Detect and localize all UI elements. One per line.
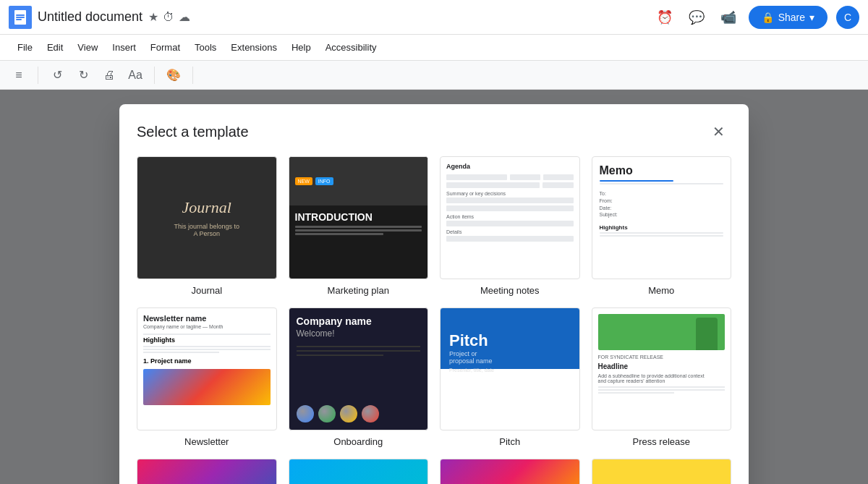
pr-line2 (598, 389, 726, 391)
activity-button[interactable]: ⏰ (653, 6, 676, 29)
nl-line4 (143, 352, 219, 353)
template-item-bottom2[interactable] (289, 459, 429, 484)
template-item-onboarding[interactable]: Company name Welcome! (289, 307, 429, 447)
nl-line1 (143, 334, 271, 335)
nl-highlights: Highlights (143, 336, 271, 344)
spellcheck-icon[interactable]: Aа (125, 65, 145, 85)
template-label-marketing: Marketing plan (289, 285, 429, 296)
memo-highlights: Highlights (600, 224, 724, 231)
template-item-bottom3[interactable] (440, 459, 580, 484)
template-item-marketing[interactable]: NEW INFO INTRODUCTION Marketing plan (289, 156, 429, 296)
mtg-row4 (446, 205, 574, 211)
toolbar-divider-1 (38, 67, 38, 84)
modal-close-button[interactable]: ✕ (705, 119, 731, 145)
cloud-icon[interactable]: ☁ (179, 10, 190, 24)
mtg-cell1 (446, 174, 507, 180)
ob-ball2 (318, 405, 336, 423)
share-button[interactable]: 🔒 Share ▾ (749, 6, 827, 29)
mtg-section3: Details (446, 229, 574, 234)
mkt-line1 (295, 226, 422, 228)
mtg-section1: Summary or key decisions (446, 191, 574, 196)
mkt-tag2: INFO (315, 177, 333, 185)
menu-extensions[interactable]: Extensions (225, 39, 283, 56)
document-body: Select a template ✕ Journal This journal… (0, 90, 868, 484)
chat-button[interactable]: 💬 (685, 6, 708, 29)
pr-image (598, 314, 726, 350)
journal-title-text: Journal (182, 198, 231, 217)
ob-company-text: Company name (297, 315, 421, 327)
mtg-cell2 (510, 174, 540, 180)
meet-button[interactable]: 📹 (717, 6, 740, 29)
memo-gray-line1 (600, 183, 724, 184)
pitch-text: Pitch (449, 331, 571, 350)
modal-body[interactable]: Journal This journal belongs toA Person … (119, 156, 749, 484)
toolbar-divider-3 (192, 67, 193, 84)
pitch-presenter: Presenter, title, date (449, 368, 571, 373)
svg-rect-3 (16, 17, 25, 18)
share-label: Share (778, 12, 805, 23)
pitch-logo-text: ⬡ COMPANY LOGO (455, 378, 495, 383)
pr-line1 (598, 386, 726, 388)
template-item-pitch[interactable]: Pitch Project orproposal name Presenter,… (440, 307, 580, 447)
pr-subheadline: Add a subheadline to provide additional … (598, 373, 726, 383)
mkt-line3 (295, 233, 384, 235)
menu-accessibility[interactable]: Accessibility (320, 39, 383, 56)
menu-format[interactable]: Format (145, 39, 186, 56)
ob-balls (297, 399, 421, 423)
template-thumb-bottom1 (137, 459, 277, 484)
template-grid-bottom (137, 459, 731, 484)
memo-gray-line3 (600, 235, 724, 237)
memo-title-text: Memo (600, 164, 724, 177)
mtg-cell6 (446, 198, 574, 203)
template-item-journal[interactable]: Journal This journal belongs toA Person … (137, 156, 277, 296)
template-thumb-pitch: Pitch Project orproposal name Presenter,… (440, 307, 580, 430)
menu-view[interactable]: View (72, 39, 103, 56)
template-item-meeting[interactable]: Agenda Summary or key decisions (440, 156, 580, 296)
mtg-row2 (446, 182, 574, 188)
print-icon[interactable]: 🖨 (99, 65, 119, 85)
mkt-line2 (295, 229, 422, 232)
mtg-title: Agenda (446, 163, 574, 170)
mtg-row5 (446, 221, 574, 226)
template-modal: Select a template ✕ Journal This journal… (119, 104, 749, 484)
template-thumb-meeting: Agenda Summary or key decisions (440, 156, 580, 279)
undo-icon[interactable]: ↺ (47, 65, 67, 85)
redo-icon[interactable]: ↻ (73, 65, 93, 85)
title-icons: ★ ⏱ ☁ (148, 10, 190, 24)
menu-tools[interactable]: Tools (189, 39, 222, 56)
menu-insert[interactable]: Insert (106, 39, 142, 56)
pr-for-release: FOR SYNDICATE RELEASE (598, 354, 726, 360)
pitch-inner: Pitch Project orproposal name Presenter,… (441, 308, 579, 430)
template-label-pitch: Pitch (440, 436, 580, 447)
mkt-tag: NEW (295, 177, 312, 185)
lock-icon: 🔒 (762, 12, 774, 23)
star-icon[interactable]: ★ (148, 10, 158, 24)
modal-overlay: Select a template ✕ Journal This journal… (0, 90, 868, 484)
menu-file[interactable]: File (12, 39, 38, 56)
ob-ball1 (297, 405, 314, 423)
pitch-number: 01 (538, 391, 571, 424)
menu-help[interactable]: Help (286, 39, 317, 56)
hamburger-icon[interactable]: ≡ (9, 65, 29, 85)
mtg-cell8 (446, 221, 574, 226)
template-label-pressrelease: Press release (592, 436, 732, 447)
ob-ball4 (362, 405, 379, 423)
toolbar: ≡ ↺ ↻ 🖨 Aа 🎨 (0, 61, 868, 90)
user-avatar[interactable]: C (836, 6, 859, 29)
nl-line2 (143, 346, 271, 347)
template-item-bottom4[interactable] (592, 459, 732, 484)
history-icon[interactable]: ⏱ (163, 11, 174, 24)
menu-edit[interactable]: Edit (41, 39, 69, 56)
journal-sub-text: This journal belongs toA Person (174, 223, 239, 237)
svg-rect-2 (16, 14, 25, 16)
mtg-cell9 (446, 236, 574, 242)
template-item-bottom1[interactable] (137, 459, 277, 484)
paint-format-icon[interactable]: 🎨 (163, 65, 184, 85)
template-item-pressrelease[interactable]: FOR SYNDICATE RELEASE Headline Add a sub… (592, 307, 732, 447)
template-item-newsletter[interactable]: Newsletter name Company name or tagline … (137, 307, 277, 447)
svg-rect-4 (16, 19, 22, 20)
ob-welcome-text: Welcome! (297, 328, 421, 339)
template-label-meeting: Meeting notes (440, 285, 580, 296)
template-item-memo[interactable]: Memo To:From:Date:Subject: Highlights Me… (592, 156, 732, 296)
memo-text-content: To:From:Date:Subject: (600, 190, 724, 218)
